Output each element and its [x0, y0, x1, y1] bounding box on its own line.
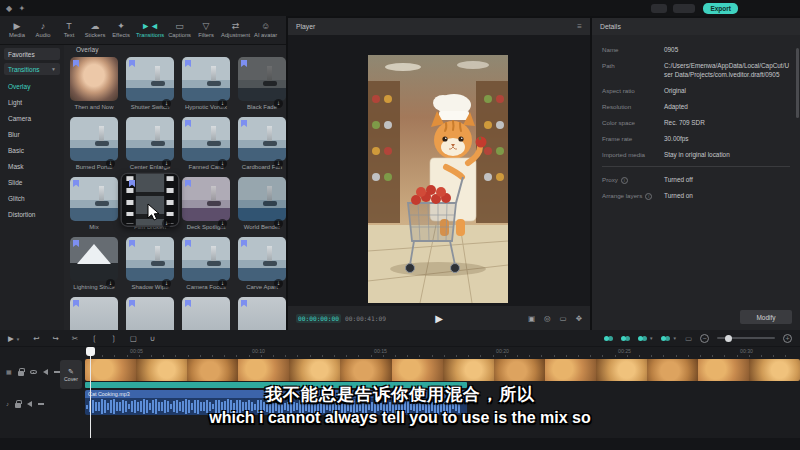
modify-button[interactable]: Modify: [740, 310, 792, 324]
transition-card-mix[interactable]: Mix: [70, 177, 118, 231]
waveform-bar: [236, 400, 238, 413]
trim-left-icon[interactable]: ❲: [91, 334, 97, 343]
sidebar-transitions-button[interactable]: Transitions ▼: [4, 63, 60, 75]
toolbar-item-audio[interactable]: ♪Audio: [30, 21, 56, 39]
focus-icon[interactable]: ◎: [544, 314, 551, 323]
sidebar-item-glitch[interactable]: Glitch: [0, 190, 64, 206]
export-button[interactable]: Export: [703, 3, 738, 14]
details-scrollbar[interactable]: [796, 48, 799, 118]
fullscreen-icon[interactable]: ✥: [576, 314, 582, 323]
toolbar-item-filters[interactable]: ▽Filters: [193, 21, 219, 39]
hide-track-icon[interactable]: [30, 370, 37, 375]
transition-card-shutter-switch[interactable]: ↓Shutter Switch: [126, 57, 174, 111]
sidebar-item-light[interactable]: Light: [0, 94, 64, 110]
zoom-out-button[interactable]: −: [700, 334, 709, 343]
toolbar-item-adjustment[interactable]: ⇄Adjustment: [219, 21, 252, 39]
waveform-bar: [233, 403, 235, 411]
transitions-library: Overlay Then and Now↓Shutter Switch↓Hypn…: [64, 45, 286, 330]
sidebar-item-overlay[interactable]: Overlay: [0, 78, 64, 94]
waveform-bar: [149, 403, 151, 410]
auto-ripple-toggle[interactable]: ▼: [661, 336, 676, 341]
subtitle-clip[interactable]: [85, 382, 467, 388]
transition-card-hypnotic-vortex[interactable]: ↓Hypnotic Vortex: [182, 57, 230, 111]
playhead-handle[interactable]: [86, 347, 95, 356]
toolbar-item-ai-avatar[interactable]: ☺AI avatar: [252, 21, 279, 39]
magnet-icon[interactable]: ∪: [150, 334, 156, 343]
toolbar-item-text[interactable]: TText: [56, 21, 82, 39]
sidebar-item-camera[interactable]: Camera: [0, 110, 64, 126]
timeline-ruler[interactable]: 00:0500:1000:1500:2000:2500:30: [0, 347, 800, 358]
sidebar-item-basic[interactable]: Basic: [0, 142, 64, 158]
playhead-line: [90, 348, 91, 438]
audio-clip[interactable]: Cat Cooking.mp3: [85, 390, 467, 415]
transition-card-partial[interactable]: [182, 297, 230, 330]
download-icon: ↓: [218, 279, 227, 288]
transition-card-black-fade[interactable]: ↓Black Fade: [238, 57, 286, 111]
lock-icon[interactable]: [18, 371, 24, 376]
toolbar-item-effects[interactable]: ✦Effects: [108, 21, 134, 39]
play-button[interactable]: ▶: [435, 313, 443, 324]
transition-card-center-enlarge[interactable]: ↓Center Enlarge: [126, 117, 174, 171]
transition-card-shadow-wipe[interactable]: ↓Shadow Wipe: [126, 237, 174, 291]
transition-card-world-bender[interactable]: ↓World Bender: [238, 177, 286, 231]
preview-axis-toggle[interactable]: ▼: [638, 336, 653, 341]
video-frame-thumbnail: [289, 359, 340, 381]
cover-button[interactable]: ✎ Cover: [60, 360, 82, 389]
video-clip[interactable]: [85, 359, 800, 381]
waveform-bar: [194, 400, 196, 413]
toolbar-item-stickers[interactable]: ☁Stickers: [82, 21, 108, 39]
transition-card-partial[interactable]: [70, 297, 118, 330]
mute-track-icon[interactable]: [43, 369, 48, 375]
picture-in-picture-icon[interactable]: ▣: [528, 314, 535, 323]
waveform-bar: [377, 402, 379, 412]
delete-icon[interactable]: ▢: [130, 334, 137, 343]
toolbar-item-media[interactable]: ▶Media: [4, 21, 30, 39]
player-menu-icon[interactable]: ≡: [577, 22, 582, 31]
ruler-tick: [383, 355, 384, 357]
transition-card-film-broken[interactable]: ↓Film Broken: [126, 177, 174, 231]
collapse-track-icon[interactable]: [38, 403, 44, 404]
sidebar-item-distortion[interactable]: Distortion: [0, 206, 64, 222]
transition-card-then-and-now[interactable]: Then and Now: [70, 57, 118, 111]
toolbar-item-transitions[interactable]: ►◄Transitions: [134, 21, 166, 39]
sidebar-item-blur[interactable]: Blur: [0, 126, 64, 142]
transition-card-lightning-strike[interactable]: ↓Lightning Strike: [70, 237, 118, 291]
transition-card-carve-apart[interactable]: ↓Carve Apart: [238, 237, 286, 291]
transition-card-cardboard-fan[interactable]: ↓Cardboard Fan: [238, 117, 286, 171]
undo-icon[interactable]: ↩: [33, 334, 39, 343]
titlebar-button-icon[interactable]: [673, 4, 695, 13]
titlebar-button-icon[interactable]: [651, 4, 667, 13]
waveform-bar: [263, 402, 265, 411]
transition-card-partial[interactable]: [238, 297, 286, 330]
sidebar-favorites-button[interactable]: Favorites: [4, 48, 60, 60]
split-icon[interactable]: ✂: [72, 334, 78, 343]
select-tool-icon[interactable]: ▶▼: [8, 334, 20, 343]
zoom-in-button[interactable]: +: [783, 334, 792, 343]
redo-icon[interactable]: ↪: [53, 334, 59, 343]
transition-card-camera-focus[interactable]: ↓Camera Focus: [182, 237, 230, 291]
toolbar-item-label: Filters: [198, 32, 214, 39]
waveform-bar: [134, 400, 136, 413]
ruler-tick: [590, 355, 591, 357]
record-icon[interactable]: ▭: [685, 334, 692, 343]
zoom-slider-knob[interactable]: [725, 335, 732, 342]
waveform-bar: [266, 401, 268, 412]
timeline-zoom-slider[interactable]: [717, 337, 775, 339]
transition-card-fanned-card[interactable]: ↓Fanned Card: [182, 117, 230, 171]
mute-track-icon[interactable]: [27, 401, 32, 407]
link-toggle[interactable]: [621, 336, 630, 341]
sidebar-item-slide[interactable]: Slide: [0, 174, 64, 190]
ratio-icon[interactable]: ▭: [560, 314, 567, 323]
transition-card-partial[interactable]: [126, 297, 174, 330]
snap-toggle[interactable]: [604, 336, 613, 341]
detail-label: Color space: [602, 118, 664, 127]
transition-card-deck-spotlight[interactable]: ↓Deck Spotlight: [182, 177, 230, 231]
video-preview[interactable]: [368, 55, 508, 303]
sidebar-item-mask[interactable]: Mask: [0, 158, 64, 174]
lock-icon[interactable]: [15, 403, 21, 408]
trim-right-icon[interactable]: ❳: [110, 334, 116, 343]
waveform-bar: [167, 401, 169, 411]
transition-card-burned-portal[interactable]: ↓Burned Portal: [70, 117, 118, 171]
collapse-track-icon[interactable]: [54, 371, 60, 372]
toolbar-item-captions[interactable]: ▭Captions: [166, 21, 193, 39]
